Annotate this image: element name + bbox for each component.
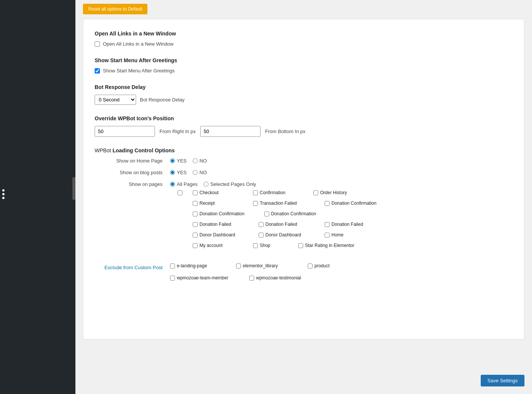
show-pages-label: Show on pages xyxy=(95,181,170,187)
page-confirmation-checkbox[interactable] xyxy=(253,190,258,195)
content-panel: Open All Links in a New Window Open All … xyxy=(83,19,524,339)
show-pages-radios: All Pages Selected Pages Only xyxy=(170,181,256,187)
show-blog-label: Show on blog posts xyxy=(95,170,170,175)
page-donation-confirmation2-checkbox[interactable] xyxy=(193,212,198,216)
show-home-yes-option: YES xyxy=(170,158,187,164)
delay-label: Bot Response Delay xyxy=(140,97,185,103)
exclude-testimonial-checkbox[interactable] xyxy=(249,276,254,281)
page-donor-dashboard1-checkbox[interactable] xyxy=(193,233,198,238)
all-pages-option: All Pages xyxy=(170,181,198,187)
bot-delay-section: Bot Response Delay 0 Second 1 Second 2 S… xyxy=(95,84,513,105)
exclude-product-label[interactable]: product xyxy=(314,263,330,268)
bot-delay-title: Bot Response Delay xyxy=(95,84,513,90)
show-blog-no-option: NO xyxy=(193,170,207,175)
show-home-yes-radio[interactable] xyxy=(170,158,175,163)
page-donation-failed3-label[interactable]: Donation Failed xyxy=(331,222,363,227)
page-donor-dashboard2-checkbox[interactable] xyxy=(259,233,264,238)
sidebar-dots xyxy=(2,189,5,199)
page-checkout-checkbox[interactable] xyxy=(193,190,198,195)
show-blog-yes-option: YES xyxy=(170,170,187,175)
start-menu-title: Show Start Menu After Greetings xyxy=(95,57,513,63)
show-blog-yes-radio[interactable] xyxy=(170,170,175,175)
show-home-no-radio[interactable] xyxy=(193,158,198,163)
show-home-yes-label[interactable]: YES xyxy=(177,158,187,164)
show-home-label: Show on Home Page xyxy=(95,158,170,164)
loading-control-title: WPBot Loading Control Options xyxy=(95,147,513,153)
start-menu-label[interactable]: Show Start Menu After Greetings xyxy=(103,68,175,74)
exclude-label: Exclude from Custom Post xyxy=(95,263,170,270)
exclude-elementor-checkbox[interactable] xyxy=(236,264,241,268)
delay-select[interactable]: 0 Second 1 Second 2 Seconds 3 Seconds xyxy=(95,95,136,105)
from-bottom-input[interactable] xyxy=(200,126,261,137)
show-home-radios: YES NO xyxy=(170,158,207,164)
page-receipt-label[interactable]: Receipt xyxy=(199,201,215,206)
page-transaction-failed-label[interactable]: Transaction Failed xyxy=(260,201,297,206)
show-blog-radios: YES NO xyxy=(170,170,207,175)
page-star-rating-checkbox[interactable] xyxy=(298,243,303,248)
start-menu-section: Show Start Menu After Greetings Show Sta… xyxy=(95,57,513,74)
exclude-elementor-label[interactable]: elementor_library xyxy=(243,263,278,268)
page-transaction-failed-checkbox[interactable] xyxy=(253,201,258,206)
show-blog-no-radio[interactable] xyxy=(193,170,198,175)
page-my-account-checkbox[interactable] xyxy=(193,243,198,248)
exclude-checkboxes: e-landing-page elementor_library product xyxy=(170,263,513,285)
page-donation-confirmation1-label[interactable]: Donation Confirmation xyxy=(331,201,376,206)
page-confirmation-label[interactable]: Confirmation xyxy=(260,190,285,195)
all-pages-radio[interactable] xyxy=(170,182,175,187)
loading-title-prefix: WPBot xyxy=(95,147,112,153)
open-links-section: Open All Links in a New Window Open All … xyxy=(95,31,513,47)
page-home-checkbox[interactable] xyxy=(325,233,330,238)
page-receipt-checkbox[interactable] xyxy=(193,201,198,206)
save-settings-button[interactable]: Save Settings xyxy=(481,375,524,386)
exclude-product-checkbox[interactable] xyxy=(308,264,313,268)
reset-button[interactable]: Reset all options to Default xyxy=(83,4,147,14)
exclude-team-label[interactable]: wpmozoae-team-member xyxy=(177,275,228,281)
from-right-label: From Right In px xyxy=(159,129,196,134)
main-area: Reset all options to Default Open All Li… xyxy=(75,0,532,394)
page-order-history-label[interactable]: Order History xyxy=(320,190,347,195)
page-donation-confirmation3-label[interactable]: Donation Confirmation xyxy=(271,211,316,216)
loading-control-section: WPBot Loading Control Options Show on Ho… xyxy=(95,147,513,253)
page-donation-failed2-checkbox[interactable] xyxy=(259,222,264,227)
open-links-checkbox[interactable] xyxy=(95,41,100,47)
page-checkout-label[interactable]: Checkout xyxy=(199,190,219,195)
show-home-no-label[interactable]: NO xyxy=(199,158,207,164)
show-pages-row: Show on pages All Pages Selected Pages O… xyxy=(95,181,513,187)
exclude-team-checkbox[interactable] xyxy=(170,276,175,281)
exclude-section: Exclude from Custom Post e-landing-page … xyxy=(95,263,513,285)
delay-row: 0 Second 1 Second 2 Seconds 3 Seconds Bo… xyxy=(95,95,513,105)
page-donation-failed1-label[interactable]: Donation Failed xyxy=(199,222,231,227)
all-pages-label[interactable]: All Pages xyxy=(177,181,198,187)
selected-pages-radio[interactable] xyxy=(204,182,209,187)
page-donation-failed3-checkbox[interactable] xyxy=(325,222,330,227)
page-donation-failed1-checkbox[interactable] xyxy=(193,222,198,227)
start-menu-checkbox[interactable] xyxy=(95,68,100,74)
selected-pages-option: Selected Pages Only xyxy=(204,181,256,187)
page-shop-checkbox[interactable] xyxy=(253,243,258,248)
page-donor-dashboard1-label[interactable]: Donor Dashboard xyxy=(199,232,235,238)
sidebar-resize-handle[interactable] xyxy=(72,177,75,200)
page-order-history-checkbox[interactable] xyxy=(313,190,318,195)
show-blog-yes-label[interactable]: YES xyxy=(177,170,187,175)
page-donation-failed2-label[interactable]: Donation Failed xyxy=(265,222,297,227)
exclude-elanding-checkbox[interactable] xyxy=(170,264,175,268)
show-blog-no-label[interactable]: NO xyxy=(199,170,207,175)
exclude-testimonial-label[interactable]: wpmozoae-testimonial xyxy=(256,275,301,281)
from-bottom-label: From Bottom In px xyxy=(265,129,305,134)
page-shop-label[interactable]: Shop xyxy=(260,243,270,248)
open-links-label[interactable]: Open All Links in a New Window xyxy=(103,41,173,47)
from-right-input[interactable] xyxy=(95,126,155,137)
page-home-label[interactable]: Home xyxy=(331,232,343,238)
page-my-account-label[interactable]: My account xyxy=(199,243,222,248)
page-donation-confirmation3-checkbox[interactable] xyxy=(264,212,269,216)
selected-pages-label[interactable]: Selected Pages Only xyxy=(210,181,256,187)
exclude-elanding-label[interactable]: e-landing-page xyxy=(177,263,207,268)
open-links-row: Open All Links in a New Window xyxy=(95,41,513,47)
override-position-title: Override WPBot Icon's Position xyxy=(95,115,513,121)
show-home-row: Show on Home Page YES NO xyxy=(95,158,513,164)
page-donation-confirmation2-label[interactable]: Donation Confirmation xyxy=(199,211,244,216)
page-star-rating-label[interactable]: Star Rating in Elementor xyxy=(305,243,354,248)
page-donor-dashboard2-label[interactable]: Donor Dashboard xyxy=(265,232,301,238)
page-empty-checkbox[interactable] xyxy=(178,190,182,195)
page-donation-confirmation1-checkbox[interactable] xyxy=(325,201,330,206)
